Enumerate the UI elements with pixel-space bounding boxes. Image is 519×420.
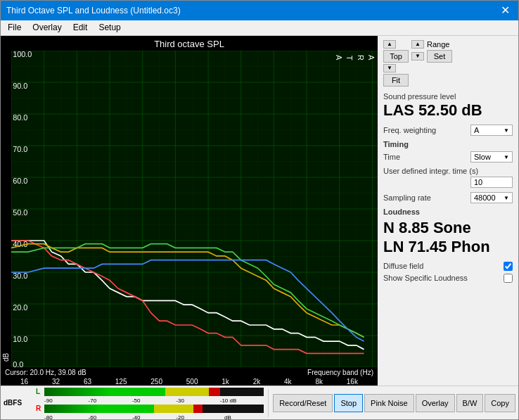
bottom-buttons: Record/Reset Stop Pink Noise Overlay B/W… [273,394,515,412]
sampling-rate-dropdown-arrow: ▼ [504,195,509,201]
close-button[interactable]: ✕ [498,5,513,16]
time-dropdown-arrow: ▼ [504,154,509,160]
freq-weighting-dropdown[interactable]: A ▼ [470,125,513,136]
menu-setup[interactable]: Setup [94,22,124,34]
r-level-bar [44,405,264,413]
chart-container: dB [1,51,378,367]
l-channel-label: L [36,388,44,395]
user-defined-input[interactable] [470,177,513,188]
spl-section: Sound pressure level LAS 52.50 dB [383,92,513,119]
chart-area: Third octave SPL dB [1,36,378,386]
svg-text:60.0: 60.0 [13,177,27,185]
sampling-rate-label: Sampling rate [383,193,431,202]
scale-ticks-bot: -80 -60 -40 -20 dB [44,414,264,420]
y-axis-label: dB [1,51,11,367]
dbfs-label: dBFS [4,399,22,407]
stop-button[interactable]: Stop [334,394,363,412]
user-defined-label: User defined integr. time (s) [383,167,513,175]
pink-noise-button[interactable]: Pink Noise [364,394,414,412]
fit-button[interactable]: Fit [383,74,409,87]
range-up-btn[interactable]: ▲ [411,40,424,49]
menu-overlay[interactable]: Overlay [28,22,65,34]
loudness-n-value: N 8.85 Sone [383,219,513,237]
top-controls: ▲ Top ▼ Fit ▲ Range ▼ Set [383,40,513,87]
title-bar: Third Octave SPL and Loudness (Untitled.… [1,1,518,20]
freq-label: Frequency band (Hz) [307,369,373,376]
loudness-ln-value: LN 71.45 Phon [383,238,513,256]
bottom-bar: dBFS L -90 -70 -50 [1,386,518,419]
top-button[interactable]: Top [383,50,409,63]
chart-svg: 100.0 90.0 80.0 70.0 60.0 50.0 40.0 30.0… [11,51,378,367]
menu-file[interactable]: File [4,22,25,34]
svg-text:80.0: 80.0 [13,113,27,122]
time-dropdown[interactable]: Slow ▼ [470,151,513,163]
show-specific-loudness-checkbox[interactable] [504,274,513,283]
svg-text:10.0: 10.0 [13,335,27,343]
show-specific-loudness-row: Show Specific Loudness [383,274,513,283]
arta-label: ARTA [333,55,376,61]
sampling-rate-row: Sampling rate 48000 ▼ [383,192,513,203]
divider [268,389,269,417]
copy-button[interactable]: Copy [485,394,515,412]
menu-bar: File Overlay Edit Setup [1,20,518,36]
top-fit-group: ▲ Top ▼ Fit [383,40,409,87]
overlay-button[interactable]: Overlay [416,394,455,412]
timing-section-title: Timing [383,140,513,148]
l-level-bar [44,388,264,396]
main-window: Third Octave SPL and Loudness (Untitled.… [0,0,519,420]
scale-ticks-top: -90 -70 -50 -30 -10 dB [44,397,264,403]
show-specific-loudness-label: Show Specific Loudness [383,274,468,282]
loudness-section-title: Loudness [383,208,513,216]
time-label: Time [383,153,400,161]
loudness-section: N 8.85 Sone LN 71.45 Phon [383,219,513,256]
bw-button[interactable]: B/W [456,394,484,412]
top-down-btn[interactable]: ▼ [383,64,396,72]
range-group: ▲ Range ▼ Set [411,40,452,87]
spl-label: Sound pressure level [383,92,513,101]
chart-inner: 100.0 90.0 80.0 70.0 60.0 50.0 40.0 30.0… [11,51,378,367]
diffuse-field-checkbox[interactable] [504,262,513,271]
level-meters: L -90 -70 -50 -30 -10 dB [27,386,264,420]
diffuse-field-label: Diffuse field [383,262,423,270]
main-content: Third octave SPL dB [1,36,518,386]
set-button[interactable]: Set [427,50,452,63]
svg-text:20.0: 20.0 [13,303,27,312]
range-label: Range [427,40,449,49]
window-title: Third Octave SPL and Loudness (Untitled.… [6,6,181,15]
level-meter-l: L [36,386,264,397]
svg-text:100.0: 100.0 [13,51,32,58]
freq-weighting-row: Freq. weighting A ▼ [383,125,513,136]
user-defined-row: User defined integr. time (s) [383,167,513,188]
svg-text:90.0: 90.0 [13,82,27,90]
right-panel: ▲ Top ▼ Fit ▲ Range ▼ Set [378,36,518,386]
top-up-btn[interactable]: ▲ [383,40,396,49]
svg-text:0.0: 0.0 [13,360,23,367]
menu-edit[interactable]: Edit [69,22,92,34]
cursor-text: Cursor: 20.0 Hz, 39.08 dB [5,369,86,376]
diffuse-field-row: Diffuse field [383,262,513,271]
range-down-btn[interactable]: ▼ [411,52,424,61]
dropdown-arrow: ▼ [504,127,509,134]
chart-title: Third octave SPL [1,36,378,51]
spl-value: LAS 52.50 dB [383,102,513,119]
chart-bottom: Cursor: 20.0 Hz, 39.08 dB Frequency band… [1,367,378,378]
sampling-rate-dropdown[interactable]: 48000 ▼ [470,192,513,203]
freq-weighting-label: Freq. weighting [383,126,436,134]
time-row: Time Slow ▼ [383,151,513,163]
r-channel-label: R [36,405,44,412]
svg-text:70.0: 70.0 [13,145,27,153]
level-meter-r: R [36,403,264,414]
svg-text:50.0: 50.0 [13,208,27,217]
record-reset-button[interactable]: Record/Reset [273,394,333,412]
